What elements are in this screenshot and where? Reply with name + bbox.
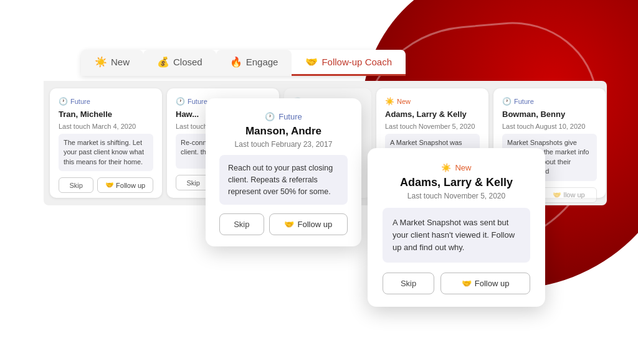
- card-bowman-touch: Last touch August 10, 2020: [502, 123, 597, 130]
- modal-future-tag-icon: 🕐: [265, 112, 275, 121]
- card-bowman-tag-label: Future: [514, 98, 534, 105]
- modal-new-followup-label: Follow up: [475, 279, 510, 288]
- tab-followup-coach-label: Follow-up Coach: [321, 57, 392, 67]
- engage-icon: 🔥: [230, 56, 242, 68]
- modal-future-followup-icon: 🤝: [284, 220, 294, 229]
- modal-future-touch: Last touch February 23, 2017: [235, 140, 333, 149]
- modal-new-tag: ☀️ New: [441, 163, 471, 172]
- future-icon-1: 🕐: [59, 97, 68, 106]
- modal-future-tag: 🕐 Future: [265, 112, 302, 121]
- card-tran-skip-button[interactable]: Skip: [59, 177, 93, 193]
- modal-new-followup-icon: 🤝: [462, 279, 472, 288]
- modal-new-message: A Market Snapshot was sent but your clie…: [383, 208, 530, 263]
- modal-future-followup-label: Follow up: [297, 220, 332, 229]
- card-tran-actions: Skip 🤝 Follow up: [59, 177, 153, 193]
- card-tran-tag-label: Future: [70, 98, 90, 105]
- modal-future-message: Reach out to your past closing client. R…: [219, 155, 348, 205]
- card-bowman-name: Bowman, Benny: [502, 110, 597, 119]
- modal-new-touch: Last touch November 5, 2020: [407, 192, 505, 200]
- tabs-bar: ☀️ New 💰 Closed 🔥 Engage 🤝 Follow-up Coa…: [81, 50, 406, 76]
- new-icon-4: ☀️: [385, 97, 394, 106]
- card-tran-followup-label: Follow up: [116, 182, 145, 189]
- modal-future-followup-button[interactable]: 🤝 Follow up: [269, 213, 348, 235]
- card-adams-bg-tag-label: New: [397, 98, 411, 105]
- card-haw-tag-label: Future: [188, 98, 207, 105]
- tab-closed-label: Closed: [173, 57, 202, 67]
- modal-future-skip-button[interactable]: Skip: [219, 213, 264, 235]
- modal-new-actions: Skip 🤝 Follow up: [383, 273, 530, 294]
- modal-new-name: Adams, Larry & Kelly: [400, 176, 513, 189]
- card-adams-bg-touch: Last touch November 5, 2020: [385, 123, 480, 130]
- card-tran-tag: 🕐 Future: [59, 97, 153, 106]
- card-tran: 🕐 Future Tran, Michelle Last touch March…: [50, 88, 162, 198]
- modal-new-tag-icon: ☀️: [441, 163, 451, 172]
- followup-coach-icon: 🤝: [305, 56, 318, 68]
- card-bowman-followup-label: llow up: [563, 191, 584, 198]
- closed-icon: 💰: [157, 56, 169, 68]
- tab-engage-label: Engage: [246, 57, 279, 67]
- tab-closed[interactable]: 💰 Closed: [143, 50, 216, 76]
- card-tran-followup-button[interactable]: 🤝 Follow up: [97, 177, 153, 193]
- card-tran-touch: Last touch March 4, 2020: [59, 123, 153, 130]
- tab-engage[interactable]: 🔥 Engage: [216, 50, 292, 76]
- followup-hand-icon-1: 🤝: [105, 181, 114, 189]
- modal-new-tag-label: New: [455, 163, 471, 172]
- tab-new[interactable]: ☀️ New: [81, 50, 143, 76]
- tab-followup-coach[interactable]: 🤝 Follow-up Coach: [292, 50, 406, 76]
- card-tran-name: Tran, Michelle: [59, 110, 153, 119]
- card-bowman-followup-button[interactable]: 🤝 llow up: [541, 187, 597, 203]
- modal-new-followup-button[interactable]: 🤝 Follow up: [440, 273, 530, 294]
- modal-future-tag-label: Future: [279, 112, 302, 121]
- card-bowman-tag: 🕐 Future: [502, 97, 597, 106]
- tab-new-label: New: [111, 57, 130, 67]
- card-tran-message: The market is shifting. Let your past cl…: [59, 134, 153, 171]
- modal-future-actions: Skip 🤝 Follow up: [219, 213, 348, 235]
- future-icon-5: 🕐: [502, 97, 512, 106]
- modal-future-card: 🕐 Future Manson, Andre Last touch Februa…: [206, 98, 361, 246]
- main-container: ☀️ New 💰 Closed 🔥 Engage 🤝 Follow-up Coa…: [0, 0, 638, 364]
- new-icon: ☀️: [95, 56, 107, 68]
- modal-new-skip-button[interactable]: Skip: [383, 273, 434, 294]
- card-adams-bg-name: Adams, Larry & Kelly: [385, 110, 480, 119]
- modal-future-name: Manson, Andre: [245, 125, 321, 138]
- card-adams-bg-tag: ☀️ New: [385, 97, 480, 106]
- followup-hand-icon-5: 🤝: [553, 191, 561, 199]
- modal-new-card: ☀️ New Adams, Larry & Kelly Last touch N…: [368, 148, 545, 307]
- future-icon-2: 🕐: [176, 97, 185, 106]
